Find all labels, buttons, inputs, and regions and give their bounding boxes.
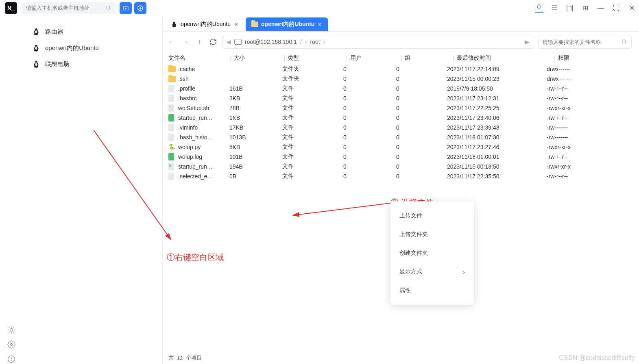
- file-row[interactable]: .viminfo17KB文件002023/11/17 23:39:43-rw--…: [168, 123, 633, 132]
- search-icon: [106, 5, 111, 11]
- nav-back-icon[interactable]: ←: [167, 37, 177, 47]
- linux-icon: [32, 60, 40, 68]
- file-size: 194B: [229, 163, 282, 170]
- log-icon: [168, 114, 174, 121]
- file-date: 2023/11/17 22:35:50: [447, 173, 547, 180]
- svg-point-35: [622, 40, 626, 43]
- col-group[interactable]: 组: [405, 54, 453, 62]
- file-list[interactable]: .cache文件夹002023/11/17 22:14:09drwx------…: [163, 64, 639, 181]
- new-folder-button[interactable]: [120, 2, 132, 14]
- file-perm: -rw-r--r--: [547, 154, 633, 160]
- add-button[interactable]: [134, 2, 146, 14]
- file-row[interactable]: .cache文件夹002023/11/17 22:14:09drwx------: [168, 64, 633, 74]
- python-icon: 🐍: [168, 143, 174, 151]
- file-group: 0: [396, 144, 447, 150]
- file-perm: -rw-r--r--: [547, 173, 633, 180]
- chevron-right-icon: ›: [463, 269, 465, 275]
- file-row[interactable]: startup_run…194B文件002023/11/15 00:13:50-…: [168, 162, 633, 171]
- window-close-icon[interactable]: ✕: [628, 4, 636, 12]
- ctx-create-folder[interactable]: 创建文件夹: [390, 244, 474, 262]
- close-icon[interactable]: ✕: [234, 22, 238, 28]
- file-row[interactable]: .profile161B文件002019/7/9 18:05:50-rw-r--…: [168, 84, 633, 93]
- view-list-icon[interactable]: ☰: [550, 4, 558, 12]
- file-size: 0B: [229, 173, 282, 180]
- window-maximize-icon[interactable]: ⛶: [612, 4, 620, 12]
- file-search-input[interactable]: [543, 39, 622, 45]
- file-date: 2023/11/18 01:07:30: [447, 134, 547, 141]
- col-name[interactable]: 文件名: [168, 54, 229, 62]
- nav-forward-icon[interactable]: →: [181, 37, 190, 47]
- chevron-right-icon[interactable]: ▶: [525, 39, 530, 45]
- file-icon: [168, 124, 174, 131]
- ctx-upload-file[interactable]: 上传文件: [390, 206, 474, 225]
- host-search-input[interactable]: [26, 5, 106, 11]
- ctx-display-mode[interactable]: 显示方式›: [390, 262, 474, 281]
- window-minimize-icon[interactable]: —: [597, 4, 605, 12]
- file-type: 文件: [282, 163, 343, 170]
- sidebar-item-openwrt[interactable]: openwrt内的Ubuntu: [26, 40, 158, 56]
- svg-line-1: [109, 9, 111, 10]
- file-user: 0: [343, 144, 396, 150]
- file-row[interactable]: .selected_e…0B文件002023/11/17 22:35:50-rw…: [168, 171, 633, 181]
- svg-point-16: [10, 344, 12, 346]
- tab-files[interactable]: openwrt内的Ubuntu ✕: [246, 17, 328, 31]
- file-row[interactable]: .bashrc3KB文件002023/11/17 23:12:31-rw-r--…: [168, 93, 633, 103]
- file-user: 0: [343, 124, 396, 131]
- file-search-box[interactable]: [538, 35, 632, 49]
- col-type[interactable]: 类型: [288, 54, 346, 62]
- sidebar-item-router[interactable]: 路由器: [26, 24, 158, 40]
- svg-line-15: [13, 327, 13, 328]
- script-icon: [168, 104, 174, 112]
- settings-icon[interactable]: [7, 340, 16, 349]
- file-date: 2023/11/17 23:40:06: [447, 115, 547, 121]
- file-date: 2023/11/15 00:00:23: [447, 76, 547, 82]
- file-type: 文件夹: [282, 75, 343, 82]
- nav-refresh-icon[interactable]: [208, 37, 218, 47]
- ctx-properties[interactable]: 属性: [390, 281, 474, 300]
- col-perm[interactable]: 权限: [558, 54, 633, 62]
- linux-icon: [32, 28, 40, 36]
- tab-terminal[interactable]: openwrt内的Ubuntu ✕: [165, 17, 244, 31]
- close-icon[interactable]: ✕: [318, 22, 322, 28]
- svg-point-30: [35, 63, 37, 66]
- path-breadcrumb[interactable]: ◀ root@192.168.100.1 / › root › ▶: [222, 35, 534, 49]
- file-group: 0: [396, 154, 447, 160]
- nav-up-icon[interactable]: ↑: [194, 37, 204, 47]
- file-user: 0: [343, 115, 396, 121]
- file-row[interactable]: 🐍wolup.py5KB文件002023/11/17 23:27:46-rwxr…: [168, 142, 633, 152]
- file-group: 0: [396, 115, 447, 121]
- file-icon: [168, 173, 174, 180]
- view-split-icon[interactable]: |□|: [566, 4, 574, 12]
- svg-point-0: [107, 6, 110, 9]
- svg-point-19: [11, 361, 11, 361]
- file-date: 2023/11/17 23:27:46: [447, 144, 547, 150]
- view-single-icon[interactable]: 0: [535, 4, 543, 13]
- col-date[interactable]: 最后修改时间: [457, 54, 554, 62]
- info-icon[interactable]: [7, 354, 16, 364]
- svg-line-36: [625, 43, 626, 44]
- sidebar-item-lenovo[interactable]: 联想电脑: [26, 56, 158, 72]
- log-icon: [168, 153, 174, 160]
- file-row[interactable]: wolSetup.sh78B文件002023/11/17 22:25:25-rw…: [168, 103, 633, 113]
- file-name: startup_run…: [178, 163, 229, 170]
- theme-icon[interactable]: [7, 325, 16, 335]
- file-name: .selected_e…: [178, 173, 229, 180]
- file-perm: -rw-r--r--: [547, 115, 633, 121]
- view-grid-icon[interactable]: ⊞: [581, 4, 589, 12]
- file-perm: -rw-r--r--: [547, 95, 633, 102]
- file-row[interactable]: startup_run…1KB文件002023/11/17 23:40:06-r…: [168, 113, 633, 123]
- ctx-upload-folder[interactable]: 上传文件夹: [390, 225, 474, 244]
- file-perm: -rw-------: [547, 124, 633, 131]
- file-row[interactable]: wolup.log101B文件002023/11/18 01:00:01-rw-…: [168, 152, 633, 162]
- host-search-box[interactable]: [22, 2, 116, 14]
- file-perm: -rwxr-xr-x: [547, 163, 633, 170]
- file-group: 0: [396, 124, 447, 131]
- col-size[interactable]: 大小: [233, 54, 284, 62]
- file-size: 3KB: [229, 95, 282, 102]
- file-user: 0: [343, 66, 396, 72]
- file-row[interactable]: .ssh文件夹002023/11/15 00:00:23drwx------: [168, 74, 633, 84]
- file-user: 0: [343, 76, 396, 82]
- col-user[interactable]: 用户: [350, 54, 401, 62]
- file-row[interactable]: .bash_histo…1013B文件002023/11/18 01:07:30…: [168, 132, 633, 142]
- folder-icon: [168, 66, 176, 72]
